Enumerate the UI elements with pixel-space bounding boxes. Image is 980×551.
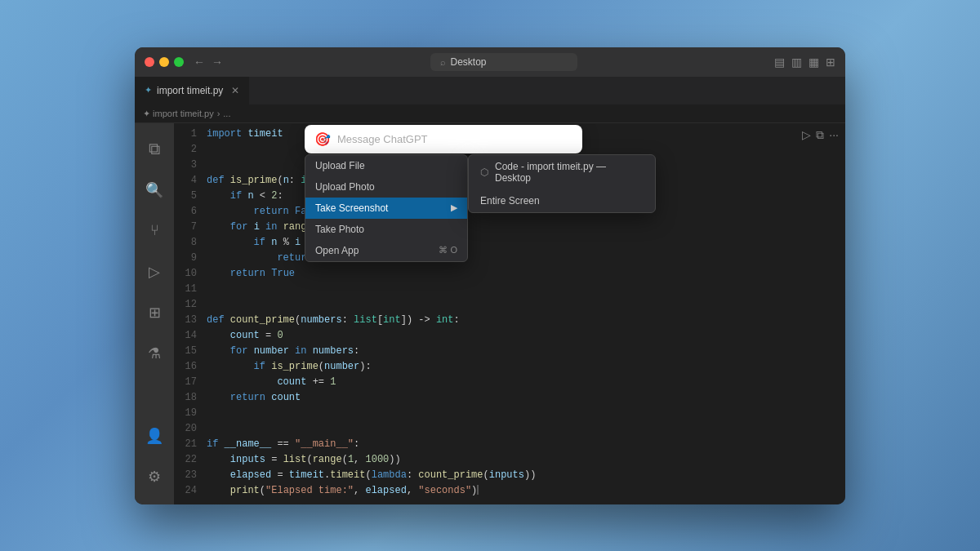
breadcrumb-file: ✦ import timeit.py <box>143 109 214 119</box>
breadcrumb-location: ... <box>223 109 230 118</box>
minimize-button[interactable] <box>159 57 169 67</box>
sidebar-item-search[interactable]: 🔍 <box>135 171 174 210</box>
tab-label: import timeit.py <box>157 85 223 96</box>
window-icon: ⬡ <box>480 167 488 178</box>
sidebar-item-run-debug[interactable]: ▷ <box>135 252 174 291</box>
source-control-icon: ⑂ <box>150 222 159 239</box>
context-menu: Upload File Upload Photo Take Screenshot… <box>305 154 468 262</box>
entire-screen-label: Entire Screen <box>480 195 540 207</box>
search-icon: 🔍 <box>145 181 163 199</box>
sidebar-toggle-icon[interactable]: ▤ <box>774 56 785 69</box>
settings-icon: ⚙ <box>148 468 161 486</box>
layout-icon[interactable]: ▦ <box>808 56 819 69</box>
upload-photo-label: Upload Photo <box>315 181 375 193</box>
search-pill-text: Desktop <box>451 56 487 68</box>
customize-icon[interactable]: ⊞ <box>826 56 835 69</box>
chatgpt-input-bar[interactable]: 🎯 Message ChatGPT <box>305 125 582 153</box>
maximize-button[interactable] <box>174 57 184 67</box>
sidebar-item-account[interactable]: 👤 <box>135 416 174 455</box>
vscode-window: ← → ⌕ Desktop ▤ ▥ ▦ ⊞ ✦ import timeit.py… <box>135 47 845 504</box>
tab-close-icon[interactable]: ✕ <box>231 85 239 96</box>
menu-item-take-photo[interactable]: Take Photo <box>305 219 467 240</box>
upload-file-label: Upload File <box>315 160 365 171</box>
title-bar: ← → ⌕ Desktop ▤ ▥ ▦ ⊞ <box>135 47 845 77</box>
flask-icon: ⚗ <box>148 344 161 362</box>
screenshot-submenu: ⬡ Code - import timeit.py — Desktop Enti… <box>468 154 656 213</box>
search-pill[interactable]: ⌕ Desktop <box>430 53 577 71</box>
menu-item-upload-photo[interactable]: Upload Photo <box>305 176 467 198</box>
chatgpt-icon: 🎯 <box>314 131 331 147</box>
traffic-lights <box>145 57 184 67</box>
tab-import-timeit[interactable]: ✦ import timeit.py ✕ <box>135 77 250 104</box>
main-content: ⧉ 🔍 ⑂ ▷ ⊞ ⚗ 👤 ⚙ <box>135 123 845 504</box>
submenu-arrow-icon: ▶ <box>451 202 457 213</box>
python-file-icon: ✦ <box>145 85 152 96</box>
title-nav: ← → <box>194 56 223 69</box>
panel-toggle-icon[interactable]: ▥ <box>791 56 802 69</box>
context-menu-overlay: 🎯 Message ChatGPT Upload File Upload Pho… <box>174 123 845 504</box>
title-search: ⌕ Desktop <box>233 53 774 71</box>
menu-item-open-app[interactable]: Open App ⌘ O <box>305 240 467 261</box>
sidebar-item-explorer[interactable]: ⧉ <box>135 130 174 169</box>
close-button[interactable] <box>145 57 154 67</box>
search-pill-icon: ⌕ <box>440 57 446 67</box>
files-icon: ⧉ <box>149 140 160 158</box>
submenu-code-window-label: Code - import timeit.py — Desktop <box>495 161 644 184</box>
forward-arrow-icon[interactable]: → <box>212 56 223 69</box>
submenu-item-entire-screen[interactable]: Entire Screen <box>469 189 655 212</box>
editor-area: ▷ ⧉ ··· 1 2 3 4 5 6 7 8 9 10 11 1 <box>174 123 845 504</box>
breadcrumb: ✦ import timeit.py › ... <box>135 105 845 123</box>
menu-item-take-screenshot[interactable]: Take Screenshot ▶ <box>305 198 467 219</box>
submenu-item-code-window[interactable]: ⬡ Code - import timeit.py — Desktop <box>469 155 655 189</box>
menu-item-upload-file[interactable]: Upload File <box>305 155 467 176</box>
back-arrow-icon[interactable]: ← <box>194 56 205 69</box>
account-icon: 👤 <box>145 427 163 445</box>
chatgpt-placeholder: Message ChatGPT <box>337 133 428 145</box>
extensions-icon: ⊞ <box>149 304 161 322</box>
run-debug-icon: ▷ <box>149 263 160 281</box>
take-photo-label: Take Photo <box>315 224 364 235</box>
sidebar-item-extensions[interactable]: ⊞ <box>135 293 174 332</box>
open-app-label: Open App <box>315 245 359 256</box>
open-app-shortcut: ⌘ O <box>439 245 457 256</box>
tab-bar: ✦ import timeit.py ✕ <box>135 77 845 105</box>
sidebar-item-source-control[interactable]: ⑂ <box>135 211 174 251</box>
sidebar-item-settings[interactable]: ⚙ <box>135 457 174 496</box>
sidebar-item-testing[interactable]: ⚗ <box>135 334 174 373</box>
activity-bar: ⧉ 🔍 ⑂ ▷ ⊞ ⚗ 👤 ⚙ <box>135 123 174 504</box>
title-actions: ▤ ▥ ▦ ⊞ <box>774 56 835 69</box>
take-screenshot-label: Take Screenshot <box>315 202 388 214</box>
breadcrumb-separator: › <box>217 109 220 118</box>
